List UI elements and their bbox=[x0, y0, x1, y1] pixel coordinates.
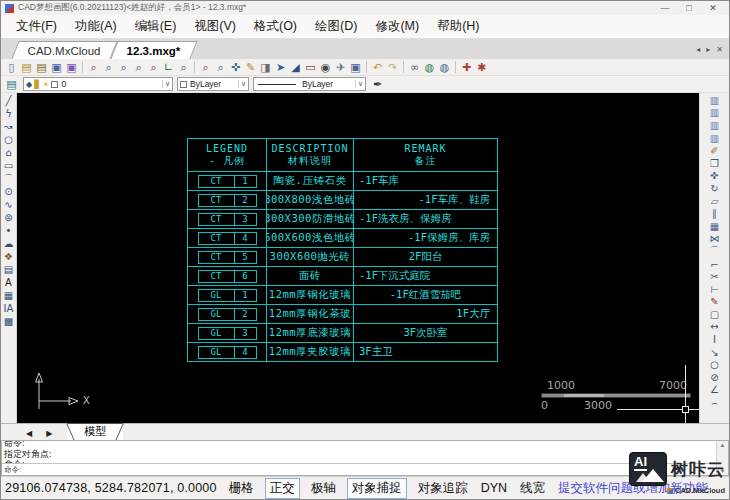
linetype-select[interactable]: ByLayer ∨ bbox=[253, 77, 366, 91]
drawing-canvas[interactable]: LEGEND - 凡例 DESCRIPTION 材料说明 REMARK 备注 bbox=[17, 93, 699, 423]
select-rect-icon[interactable]: ▢ bbox=[708, 308, 722, 321]
insert-image-icon[interactable]: ▤ bbox=[2, 263, 16, 276]
cloud-doc-icon-3[interactable]: ▥ bbox=[708, 119, 722, 132]
match-properties-icon[interactable]: ✒ bbox=[370, 77, 385, 92]
color-select-arrow-icon[interactable]: ∨ bbox=[238, 80, 246, 88]
measure-angle-icon[interactable]: ∟ bbox=[161, 60, 176, 75]
ellipse-tool-icon[interactable]: ⊜ bbox=[2, 211, 16, 224]
menu-modify[interactable]: 修改(M) bbox=[366, 16, 428, 37]
text-tool-icon[interactable]: A bbox=[2, 276, 16, 289]
dim-linear-icon[interactable]: ↔ bbox=[708, 321, 722, 334]
cloud-doc-icon-1[interactable]: ▥ bbox=[708, 94, 722, 107]
dim-diameter-icon[interactable]: ⊘ bbox=[708, 371, 722, 384]
zoom-realtime-icon[interactable]: ⌕ bbox=[198, 60, 213, 75]
tab-drawing-12-3[interactable]: 12.3.mxg* bbox=[110, 41, 197, 59]
copy-tool-icon[interactable]: ❐ bbox=[708, 157, 722, 170]
close-button[interactable]: ✕ bbox=[701, 2, 725, 15]
mirror-tool-icon[interactable]: ⋈ bbox=[708, 233, 722, 246]
array-tool-icon[interactable]: ▦ bbox=[708, 220, 722, 233]
layer-select-arrow-icon[interactable]: ∨ bbox=[162, 80, 170, 88]
erase-tool-icon[interactable]: ✐ bbox=[708, 144, 722, 157]
web-icon[interactable]: ◍ bbox=[422, 60, 437, 75]
feedback-link[interactable]: 提交软件问题或增加新功能 bbox=[558, 480, 708, 497]
polygon-tool-icon[interactable]: ⌂ bbox=[2, 146, 16, 159]
find-icon[interactable]: ◉ bbox=[318, 60, 333, 75]
spline-tool-icon[interactable]: ∿ bbox=[2, 198, 16, 211]
status-toggle-dyn[interactable]: DYN bbox=[479, 480, 509, 496]
pan-icon[interactable]: ✜ bbox=[228, 60, 243, 75]
status-toggle-ortho[interactable]: 正交 bbox=[265, 478, 300, 499]
undo-icon[interactable]: ↶ bbox=[370, 60, 385, 75]
point-tool-icon[interactable]: • bbox=[2, 224, 16, 237]
block-tool-icon[interactable]: ❖ bbox=[2, 250, 16, 263]
zoom-window-icon[interactable]: ⌕ bbox=[101, 60, 116, 75]
command-line-panel[interactable]: 命令:指定对角点:命令: 命令: ▲ ▼ bbox=[1, 440, 729, 476]
move-tool-icon[interactable]: ✜ bbox=[708, 170, 722, 183]
paint-brush-icon[interactable]: ✎ bbox=[708, 296, 722, 309]
rectangle-tool-icon[interactable]: ▭ bbox=[2, 159, 16, 172]
arc-tool-icon[interactable]: ⌒ bbox=[2, 172, 16, 185]
zoom-all-icon[interactable]: ⌕ bbox=[213, 60, 228, 75]
dim-arc-icon[interactable]: ⌢ bbox=[708, 396, 722, 409]
menu-format[interactable]: 格式(O) bbox=[245, 16, 306, 37]
color-select[interactable]: ByLayer ∨ bbox=[177, 77, 249, 91]
spline-fit-tool-icon[interactable]: ↝ bbox=[2, 120, 16, 133]
wedge-icon[interactable]: ◢ bbox=[288, 60, 303, 75]
layout-next-button[interactable]: ▶ bbox=[39, 429, 59, 440]
cloud-sync-icon[interactable]: ◍ bbox=[437, 60, 452, 75]
navigate-icon[interactable]: ➤ bbox=[273, 60, 288, 75]
table-tool-icon[interactable]: ▦ bbox=[2, 289, 16, 302]
layer-properties-icon[interactable]: ◨ bbox=[258, 60, 273, 75]
dim-text-icon[interactable]: Ⅰ bbox=[708, 333, 722, 346]
scroll-down-icon[interactable]: ▼ bbox=[720, 468, 726, 474]
menu-edit[interactable]: 编辑(E) bbox=[126, 16, 186, 37]
mtext-tool-icon[interactable]: IA bbox=[2, 302, 16, 315]
repair-tool-icon[interactable]: ✚ bbox=[459, 60, 474, 75]
status-toggle-otrack[interactable]: 对象追踪 bbox=[416, 479, 470, 498]
maximize-button[interactable]: □ bbox=[677, 2, 701, 15]
dim-angular-icon[interactable]: ∠ bbox=[708, 384, 722, 397]
polyline-tool-icon[interactable]: ϟ bbox=[2, 107, 16, 120]
donut-tool-icon[interactable]: ⊙ bbox=[2, 185, 16, 198]
menu-draw[interactable]: 绘图(D) bbox=[306, 16, 366, 37]
menu-file[interactable]: 文件(F) bbox=[7, 16, 66, 37]
paint-tool-icon[interactable]: ✱ bbox=[474, 60, 489, 75]
menu-help[interactable]: 帮助(H) bbox=[428, 16, 488, 37]
tab-scroll-left-icon[interactable]: ◂ bbox=[696, 45, 700, 54]
scroll-up-icon[interactable]: ▲ bbox=[720, 442, 726, 448]
zoom-extents-icon[interactable]: ⌕ bbox=[86, 60, 101, 75]
menu-function[interactable]: 功能(A) bbox=[66, 16, 126, 37]
scale-tool-icon[interactable]: ▱ bbox=[708, 195, 722, 208]
extend-tool-icon[interactable]: ⊢ bbox=[708, 283, 722, 296]
line-tool-icon[interactable]: ╱ bbox=[2, 94, 16, 107]
status-toggle-polar[interactable]: 极轴 bbox=[309, 479, 338, 498]
chamfer-tool-icon[interactable]: ⌐ bbox=[708, 258, 722, 271]
revision-cloud-tool-icon[interactable]: ☁ bbox=[2, 237, 16, 250]
draw-pencil-icon[interactable]: ✎ bbox=[243, 60, 258, 75]
viewport-icon[interactable]: ▭ bbox=[303, 60, 318, 75]
tab-cad-mxcloud[interactable]: CAD.MxCloud bbox=[11, 41, 117, 59]
status-toggle-lineweight[interactable]: 线宽 bbox=[518, 479, 547, 498]
quick-save-icon[interactable]: ▣ bbox=[348, 60, 363, 75]
tab-close-icon[interactable]: ✕ bbox=[716, 45, 723, 54]
linetype-select-arrow-icon[interactable]: ∨ bbox=[355, 80, 363, 88]
status-toggle-osnap[interactable]: 对象捕捉 bbox=[347, 478, 407, 499]
model-tab[interactable]: 模型 bbox=[67, 423, 123, 440]
save-as-icon[interactable]: ▣ bbox=[64, 60, 79, 75]
open-file-icon[interactable]: ▤ bbox=[34, 60, 49, 75]
send-icon[interactable]: ✈ bbox=[333, 60, 348, 75]
redo-icon[interactable]: ↷ bbox=[385, 60, 400, 75]
layers-panel-icon[interactable]: ▤ bbox=[4, 77, 19, 92]
new-file-icon[interactable]: ▯ bbox=[4, 60, 19, 75]
command-input[interactable]: 命令: bbox=[2, 463, 728, 476]
trim-tool-icon[interactable]: ✂ bbox=[708, 270, 722, 283]
cloud-doc-icon-2[interactable]: ▥ bbox=[708, 107, 722, 120]
zoom-previous-icon[interactable]: ⌕ bbox=[146, 60, 161, 75]
menu-view[interactable]: 视图(V) bbox=[185, 16, 245, 37]
tab-scroll-right-icon[interactable]: ▸ bbox=[706, 45, 710, 54]
hatch-tool-icon[interactable]: ▩ bbox=[2, 315, 16, 328]
layer-select[interactable]: ◆▊☀ 0 ∨ bbox=[23, 77, 173, 91]
offset-tool-icon[interactable]: ∥ bbox=[708, 207, 722, 220]
rotate-tool-icon[interactable]: ↻ bbox=[708, 182, 722, 195]
minimize-button[interactable]: — bbox=[653, 2, 677, 15]
